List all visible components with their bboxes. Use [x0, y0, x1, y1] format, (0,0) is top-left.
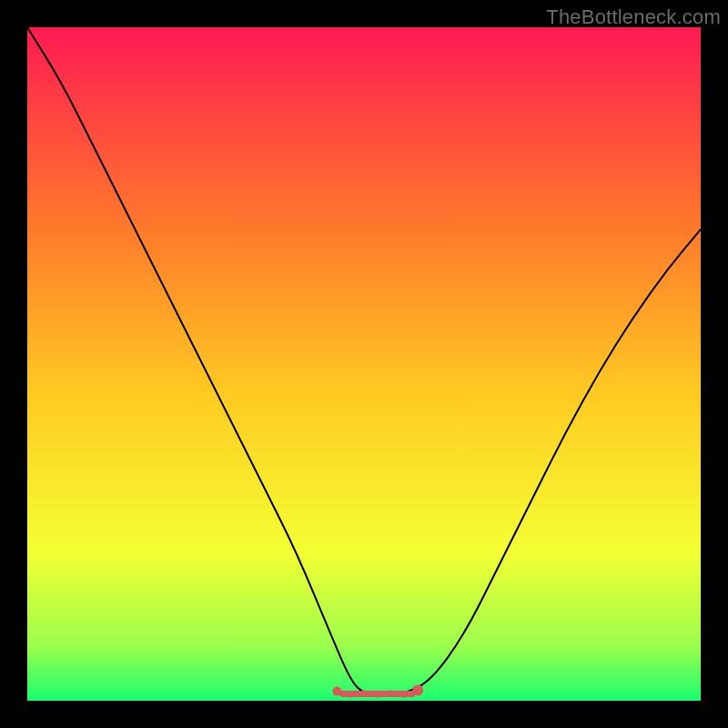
marker-dot — [348, 692, 353, 697]
marker-dot — [388, 690, 393, 695]
plot-area — [27, 27, 701, 701]
chart-container: TheBottleneck.com — [0, 0, 728, 728]
marker-dot — [401, 692, 407, 697]
marker-dot — [412, 685, 423, 696]
chart-svg — [0, 0, 728, 728]
marker-dot — [375, 692, 380, 697]
watermark-text: TheBottleneck.com — [546, 5, 721, 29]
marker-dot — [332, 687, 341, 696]
marker-dot — [361, 690, 367, 695]
